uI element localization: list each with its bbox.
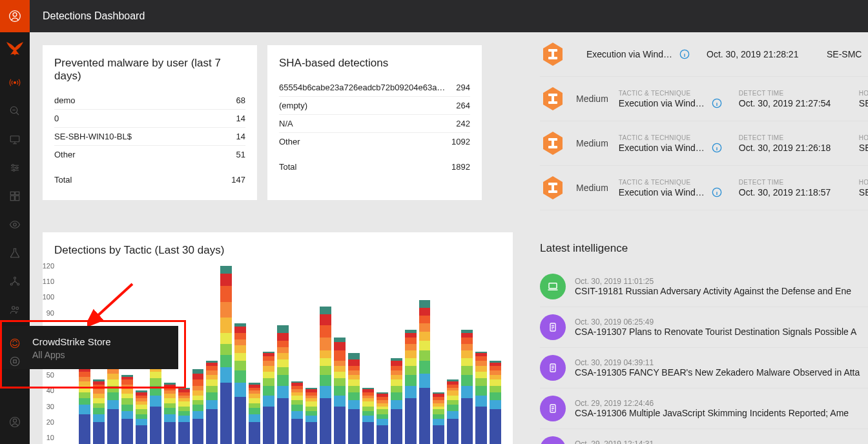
chart-bar[interactable] (249, 383, 260, 444)
intel-row[interactable]: Oct. 30, 2019 11:01:25 CSIT-19181 Russia… (540, 267, 868, 307)
col-label: TACTIC & TECHNIQUE (619, 179, 728, 186)
table-row[interactable]: 65554b6cabe23a726eadcb72b09204e63afc6a76… (279, 79, 470, 97)
bar-segment (178, 416, 190, 422)
bar-segment (249, 422, 260, 444)
info-icon[interactable] (679, 49, 690, 59)
chart-bar[interactable] (475, 352, 487, 444)
chart-bar[interactable] (447, 379, 459, 444)
chart-bar[interactable] (405, 330, 417, 444)
intel-row[interactable]: Oct. 29, 2019 12:14:31 CSA-191304 Report… (540, 429, 868, 444)
table-row[interactable]: 014 (54, 110, 245, 128)
table-row[interactable]: demo68 (54, 92, 245, 110)
chart-bar[interactable] (490, 361, 501, 444)
chart-bar[interactable] (234, 323, 246, 444)
chart-bar[interactable] (206, 361, 218, 444)
chart-bar[interactable] (277, 325, 289, 444)
table-row[interactable]: N/A242 (279, 115, 470, 133)
chart-bar[interactable] (136, 390, 147, 444)
chart-bar[interactable] (192, 369, 204, 444)
intel-headline: CSA-191306 Multiple JavaScript Skimming … (575, 408, 868, 418)
nav-activity[interactable] (0, 68, 30, 97)
chart-bar[interactable] (320, 307, 331, 444)
bar-segment (192, 386, 204, 390)
table-row[interactable]: Other51 (54, 146, 245, 163)
table-row[interactable]: (empty)264 (279, 97, 470, 115)
bar-segment (391, 400, 402, 410)
intel-time: Oct. 29, 2019 12:24:46 (575, 399, 868, 408)
chart-bar[interactable] (391, 358, 402, 444)
nav-hosts[interactable] (0, 125, 30, 154)
bar-segment (192, 374, 204, 380)
chart-bar[interactable] (93, 379, 105, 444)
intel-row[interactable]: Oct. 30, 2019 04:39:11 CSA-191305 FANCY … (540, 348, 868, 388)
bar-segment (136, 419, 147, 425)
tooltip-subtitle[interactable]: All Apps (32, 350, 167, 360)
detection-row[interactable]: Medium TACTIC & TECHNIQUEExecution via W… (540, 77, 868, 121)
bar-segment (277, 325, 289, 333)
nav-users[interactable] (0, 296, 30, 324)
chart-bar[interactable] (79, 366, 90, 444)
chart-bar[interactable] (461, 330, 473, 444)
user-menu-button[interactable] (0, 0, 30, 32)
table-row[interactable]: Other1092 (279, 133, 470, 150)
col-label: HOST (859, 90, 868, 97)
row-value: 51 (236, 150, 245, 159)
detection-row[interactable]: Medium TACTIC & TECHNIQUEExecution via W… (540, 121, 868, 166)
bar-segment (391, 379, 402, 386)
intel-type-icon (540, 314, 566, 340)
info-icon[interactable] (712, 143, 722, 153)
chart-bar[interactable] (121, 375, 133, 444)
user-icon (8, 10, 21, 23)
info-icon[interactable] (712, 187, 722, 197)
chart-bar[interactable] (377, 392, 388, 444)
bar-segment (362, 407, 374, 411)
nav-search[interactable] (0, 97, 30, 125)
chart-bar[interactable] (107, 358, 119, 444)
svg-rect-24 (548, 94, 557, 96)
intel-headline: CSA-191305 FANCY BEAR's New Zekadero Mal… (575, 367, 868, 378)
chart-bar[interactable] (220, 266, 232, 444)
bar-segment (249, 394, 260, 398)
search-zoom-icon (9, 105, 21, 117)
chart-bar[interactable] (291, 381, 303, 444)
bar-segment (249, 408, 260, 414)
nav-config[interactable] (0, 154, 30, 182)
row-label: demo (54, 96, 76, 105)
detection-row[interactable]: Execution via Windo… Oct. 30, 2019 21:28… (540, 32, 868, 77)
chart-bar[interactable] (362, 388, 374, 444)
bar-segment (206, 370, 218, 375)
bar-segment (348, 379, 360, 386)
bar-segment (419, 388, 431, 445)
chart-bar[interactable] (334, 338, 346, 444)
y-tick: 50 (46, 371, 54, 379)
chart-bar[interactable] (164, 383, 176, 444)
bar-segment (164, 394, 176, 398)
chart-bar[interactable] (305, 388, 317, 444)
chart-bar[interactable] (348, 353, 360, 444)
apps-icon (9, 356, 21, 370)
chart-bar[interactable] (419, 300, 431, 444)
nav-network[interactable] (0, 267, 30, 296)
svg-point-2 (14, 82, 16, 84)
y-tick: 110 (43, 278, 54, 285)
bar-segment (461, 338, 473, 344)
nav-intelligence[interactable] (0, 239, 30, 267)
col-label: HOST (859, 134, 868, 141)
row-value: 242 (456, 119, 470, 128)
intel-row[interactable]: Oct. 29, 2019 12:24:46 CSA-191306 Multip… (540, 388, 868, 429)
nav-discover[interactable] (0, 210, 30, 239)
table-row[interactable]: SE-SBH-WIN10-BL$14 (54, 128, 245, 146)
bar-segment (461, 386, 473, 398)
nav-account[interactable] (0, 408, 30, 436)
detection-row[interactable]: Medium TACTIC & TECHNIQUEExecution via W… (540, 166, 868, 210)
host-value: SE-SMC (859, 187, 868, 197)
chart-bar[interactable] (433, 392, 444, 444)
intel-row[interactable]: Oct. 30, 2019 06:25:49 CSA-191307 Plans … (540, 307, 868, 348)
sidebar-tooltip-store[interactable]: CrowdStrike Store All Apps (0, 326, 178, 369)
chart-bar[interactable] (263, 352, 274, 444)
info-icon[interactable] (712, 98, 722, 108)
chart-bar[interactable] (178, 388, 190, 444)
bar-segment (447, 396, 459, 400)
nav-dashboard[interactable] (0, 182, 30, 210)
total-value: 1892 (451, 162, 470, 172)
